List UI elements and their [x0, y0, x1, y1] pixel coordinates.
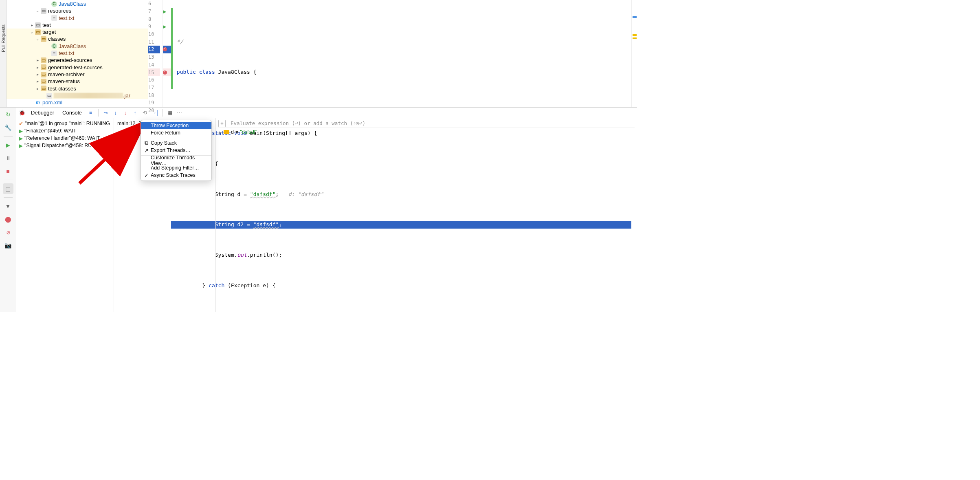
variable-icon: [224, 130, 229, 134]
layout-button[interactable]: ◫: [3, 183, 13, 194]
chevron-down-icon: ⌄: [35, 9, 40, 13]
folder-icon: ▭: [41, 72, 46, 77]
chevron-right-icon: ▸: [29, 23, 34, 28]
project-tree[interactable]: ▸ C Java8Class ⌄ ▭ resources ▸ ≡ test.tx…: [7, 0, 148, 107]
menu-separator: [141, 138, 211, 138]
menu-item-async-stack-traces[interactable]: ✓ Async Stack Traces: [141, 172, 211, 179]
add-watch-button[interactable]: +: [218, 120, 226, 127]
tree-folder-target[interactable]: ⌄ ▭ target: [7, 29, 148, 35]
folder-icon: ▭: [35, 22, 41, 28]
folder-icon: ▭: [35, 29, 41, 35]
editor-code-area[interactable]: */ public class Java8Class { public stat…: [171, 0, 631, 107]
run-to-cursor-button[interactable]: →ǀ: [151, 109, 159, 117]
stop-button[interactable]: ■: [3, 166, 13, 176]
step-out-button[interactable]: ↑: [131, 109, 139, 117]
run-icon[interactable]: ▶: [163, 9, 166, 14]
separator: [4, 197, 13, 198]
menu-item-customize-threads-view[interactable]: Customize Threads View…: [141, 157, 211, 164]
tree-file-java8class-2[interactable]: ▸ C Java8Class: [7, 43, 148, 50]
thread-row[interactable]: ✔ "main"@1 in group "main": RUNNING: [17, 120, 113, 127]
folder-icon: ▭: [41, 86, 46, 91]
variables-pane[interactable]: + Evaluate expression (⏎) or add a watch…: [216, 118, 637, 312]
text-file-icon: ≡: [51, 51, 57, 56]
copy-icon: ⧉: [143, 140, 149, 146]
editor-minimap[interactable]: [631, 0, 637, 107]
text-file-icon: ≡: [51, 15, 57, 21]
tree-folder-resources[interactable]: ⌄ ▭ resources: [7, 7, 148, 14]
menu-item-add-stepping-filter[interactable]: Add Stepping Filter…: [141, 164, 211, 172]
class-icon: C: [51, 43, 57, 49]
tree-folder-test-classes[interactable]: ▸ ▭ test-classes: [7, 85, 148, 92]
code-editor[interactable]: 6 7 8 9 10 11 12 13 14 15 16 17 18 19 20…: [148, 0, 637, 107]
debug-left-toolbar: ↻ 🔧 ▶ ⏸ ■ ◫ ▼ ⬤ ⌀ 📷: [0, 108, 16, 312]
step-into-button[interactable]: ↓: [112, 109, 120, 117]
more-button[interactable]: ⋯: [176, 109, 184, 117]
check-icon: ✔: [19, 121, 23, 127]
tree-folder-maven-status[interactable]: ▸ ▭ maven-status: [7, 78, 148, 85]
separator: [98, 109, 99, 117]
code-line[interactable]: */: [171, 38, 631, 46]
separator: [162, 109, 163, 117]
debug-tool-window: ↻ 🔧 ▶ ⏸ ■ ◫ ▼ ⬤ ⌀ 📷 🐞 Debugger Console ≡…: [0, 107, 637, 312]
tree-file-test-txt[interactable]: ▸ ≡ test.txt: [7, 15, 148, 22]
evaluate-placeholder: Evaluate expression (⏎) or add a watch (…: [231, 120, 365, 126]
code-line[interactable]: public class Java8Class {: [171, 68, 631, 76]
tree-file-test-txt-2[interactable]: ▸ ≡ test.txt: [7, 50, 148, 57]
step-over-button[interactable]: ⤼: [102, 109, 110, 117]
chevron-right-icon: ▸: [35, 79, 40, 84]
bug-icon: 🐞: [18, 109, 26, 117]
tab-console[interactable]: Console: [59, 110, 85, 116]
tab-debugger[interactable]: Debugger: [28, 110, 57, 116]
chevron-down-icon: ⌄: [29, 30, 34, 35]
settings-button[interactable]: 🔧: [3, 122, 13, 133]
drop-frame-button[interactable]: ⟲: [141, 109, 149, 117]
separator: [4, 180, 13, 180]
thread-row[interactable]: ▶ "Signal Dispatcher"@458: RUNNING: [17, 142, 113, 149]
tree-folder-gen-test-sources[interactable]: ▸ ▭ generated-test-sources: [7, 64, 148, 71]
rerun-button[interactable]: ↻: [3, 109, 13, 120]
filter-button[interactable]: ▼: [3, 201, 13, 211]
play-icon: ▶: [19, 128, 23, 134]
camera-button[interactable]: 📷: [3, 240, 13, 251]
tree-folder-classes[interactable]: ⌄ ▭ classes: [7, 35, 148, 42]
vcs-change-stripe: [171, 8, 173, 89]
marker-icon: [633, 34, 637, 36]
export-icon: ↗: [143, 148, 149, 154]
tree-folder-test[interactable]: ▸ ▭ test: [7, 22, 148, 29]
mute-breakpoints-button[interactable]: ⬤: [3, 214, 13, 225]
menu-item-force-return[interactable]: Force Return: [141, 129, 211, 137]
marker-icon: [633, 37, 637, 39]
breakpoint-icon[interactable]: [163, 47, 167, 51]
folder-icon: ▭: [41, 64, 46, 70]
run-icon[interactable]: ▶: [163, 24, 166, 29]
tree-file-pom[interactable]: ▸ m pom.xml: [7, 99, 148, 106]
folder-icon: ▭: [41, 8, 46, 14]
resume-button[interactable]: ▶: [3, 140, 13, 150]
evaluate-expression-input[interactable]: + Evaluate expression (⏎) or add a watch…: [218, 119, 635, 128]
pause-button[interactable]: ⏸: [3, 153, 13, 163]
threads-pane[interactable]: ✔ "main"@1 in group "main": RUNNING ▶ "F…: [16, 118, 114, 312]
force-step-into-button[interactable]: ↓: [121, 109, 130, 117]
play-icon: ▶: [19, 135, 23, 141]
threads-icon[interactable]: ≡: [87, 109, 95, 117]
disable-breakpoints-button[interactable]: ⌀: [3, 227, 13, 238]
class-icon: C: [51, 1, 57, 7]
thread-row[interactable]: ▶ "Finalizer"@459: WAIT: [17, 127, 113, 134]
thread-row[interactable]: ▶ "Reference Handler"@460: WAIT: [17, 134, 113, 142]
gutter-icons[interactable]: ▶ ▶: [163, 0, 171, 107]
tree-folder-maven-archiver[interactable]: ▸ ▭ maven-archiver: [7, 71, 148, 78]
tree-file-jar[interactable]: ▸ ▭ .jar: [7, 92, 148, 99]
menu-item-export-threads[interactable]: ↗ Export Threads…: [141, 147, 211, 154]
play-icon: ▶: [19, 143, 23, 149]
tree-file-java8class[interactable]: ▸ C Java8Class: [7, 0, 148, 7]
blurred-filename: [54, 93, 123, 98]
menu-item-copy-stack[interactable]: ⧉ Copy Stack: [141, 139, 211, 147]
code-line[interactable]: [171, 99, 631, 107]
chevron-right-icon: ▸: [35, 58, 40, 63]
tree-folder-gen-sources[interactable]: ▸ ▭ generated-sources: [7, 57, 148, 64]
side-tab-pull-requests[interactable]: Pull Requests: [0, 0, 7, 107]
evaluate-button[interactable]: ▦: [166, 109, 174, 117]
variable-row[interactable]: ▸ d = "dsfsdf": [218, 128, 635, 136]
breakpoint-icon[interactable]: [163, 70, 167, 75]
menu-item-throw-exception[interactable]: Throw Exception: [141, 122, 211, 129]
